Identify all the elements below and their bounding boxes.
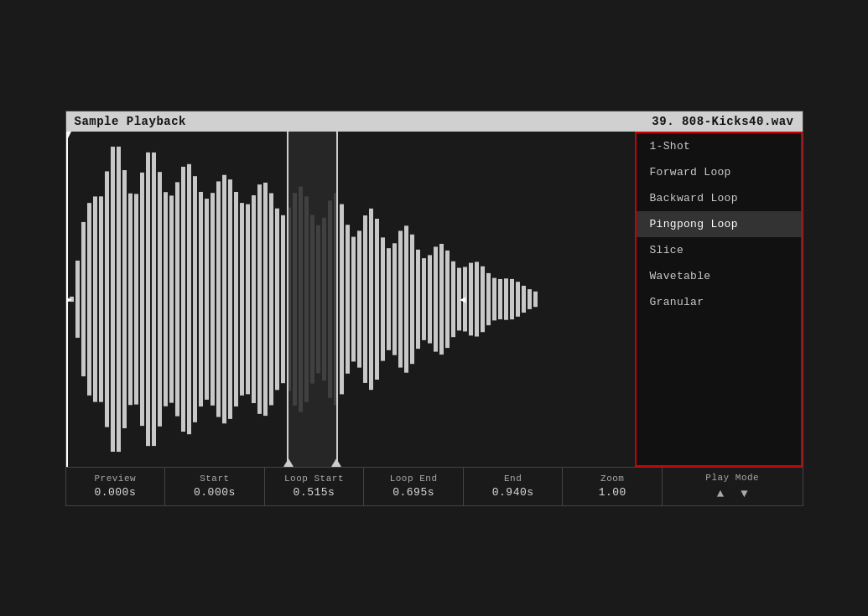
- play-mode-control: Play Mode ▲ ▼: [663, 468, 802, 505]
- play-mode-down-button[interactable]: ▼: [741, 487, 747, 500]
- start-label: Start: [200, 474, 230, 484]
- start-marker: ▶: [66, 292, 72, 305]
- loop-start-value: 0.515s: [294, 486, 335, 499]
- dropdown-item-backward-loop[interactable]: Backward Loop: [637, 185, 801, 211]
- preview-label: Preview: [94, 474, 136, 484]
- loop-end-control: Loop End 0.695s: [364, 468, 464, 505]
- play-mode-up-button[interactable]: ▲: [717, 487, 724, 500]
- end-marker: ◀: [460, 292, 465, 305]
- dropdown-item-1-shot[interactable]: 1-Shot: [637, 133, 801, 159]
- zoom-control: Zoom 1.00: [563, 468, 663, 505]
- dropdown-item-granular[interactable]: Granular: [637, 289, 801, 315]
- play-mode-dropdown[interactable]: 1-ShotForward LoopBackward LoopPingpong …: [635, 132, 803, 467]
- play-mode-label: Play Mode: [705, 473, 759, 483]
- waveform-area: ▶ ◀ 1-ShotForward LoopBackward LoopPingp…: [66, 132, 803, 467]
- waveform-canvas[interactable]: ▶ ◀: [66, 132, 635, 467]
- play-mode-arrows: ▲ ▼: [717, 487, 748, 500]
- file-name: 39. 808-Kicks40.wav: [652, 115, 793, 128]
- sample-playback-panel: Sample Playback 39. 808-Kicks40.wav ▶ ◀ …: [65, 111, 803, 506]
- loop-start-label: Loop Start: [284, 474, 344, 484]
- preview-value: 0.000s: [94, 486, 136, 499]
- controls-bar: Preview 0.000s Start 0.000s Loop Start 0…: [66, 467, 803, 505]
- panel-title: Sample Playback: [75, 115, 187, 128]
- loop-end-label: Loop End: [390, 474, 438, 484]
- title-bar: Sample Playback 39. 808-Kicks40.wav: [66, 111, 803, 132]
- dropdown-item-pingpong-loop[interactable]: Pingpong Loop: [637, 211, 801, 237]
- loop-end-value: 0.695s: [392, 486, 434, 499]
- preview-control: Preview 0.000s: [66, 468, 166, 505]
- end-control: End 0.940s: [464, 468, 564, 505]
- end-value: 0.940s: [492, 486, 534, 499]
- zoom-label: Zoom: [600, 474, 624, 484]
- dropdown-item-wavetable[interactable]: Wavetable: [637, 263, 801, 289]
- start-control: Start 0.000s: [165, 468, 265, 505]
- dropdown-item-slice[interactable]: Slice: [637, 237, 801, 263]
- end-label: End: [504, 474, 522, 484]
- dropdown-item-forward-loop[interactable]: Forward Loop: [637, 159, 801, 185]
- zoom-value: 1.00: [599, 486, 626, 499]
- start-value: 0.000s: [194, 486, 236, 499]
- playhead-top: [66, 132, 71, 140]
- loop-start-control: Loop Start 0.515s: [265, 468, 365, 505]
